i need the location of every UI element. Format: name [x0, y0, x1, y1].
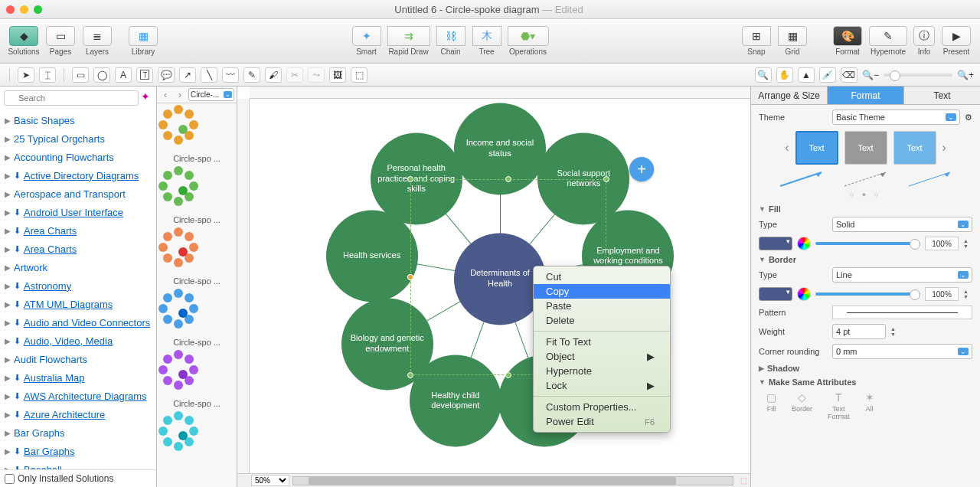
ctx-delete[interactable]: Delete — [534, 313, 670, 328]
arrow-style-1[interactable] — [779, 171, 825, 188]
solution-item[interactable]: ▶⬇ATM UML Diagrams — [5, 295, 152, 313]
pencil-tool[interactable]: ✎ — [243, 67, 260, 83]
fill-color[interactable] — [759, 237, 792, 250]
solution-item[interactable]: ▶⬇Australia Map — [5, 368, 152, 387]
solution-item[interactable]: ▶25 Typical Orgcharts — [5, 129, 152, 148]
text-select-tool[interactable]: ⌶ — [39, 67, 56, 83]
image-tool[interactable]: 🖼 — [329, 67, 346, 83]
zoom-select[interactable]: 50% — [251, 475, 289, 486]
style-swatch-1[interactable]: Text — [795, 131, 838, 165]
chain-button[interactable]: ⛓Chain — [433, 26, 469, 56]
solution-item[interactable]: ▶⬇Active Directory Diagrams — [5, 166, 152, 185]
fill-opacity-stepper[interactable]: ▲▼ — [963, 238, 972, 249]
tab-arrange[interactable]: Arrange & Size — [751, 87, 828, 104]
style-swatch-2[interactable]: Text — [844, 131, 887, 165]
close-window-icon[interactable] — [6, 5, 15, 14]
shape-library-item[interactable]: Circle-spo ... — [160, 229, 234, 286]
same-attributes-section[interactable]: Make Same Attributes — [759, 378, 972, 387]
corner-select[interactable]: 0 mm⌄ — [832, 344, 972, 359]
crop-tool[interactable]: ⬚ — [351, 67, 368, 83]
style-prev-icon[interactable]: ‹ — [785, 141, 789, 155]
border-color-wheel-icon[interactable] — [797, 287, 811, 301]
zoom-in-icon[interactable]: 🔍+ — [957, 70, 974, 80]
color-wheel-icon[interactable] — [797, 237, 811, 250]
border-color[interactable] — [759, 287, 792, 301]
shape-library-item[interactable]: Circle-spo ... — [160, 290, 234, 347]
canvas[interactable]: Income and social statusSocial support n… — [250, 99, 750, 473]
arrow-style-2[interactable] — [843, 171, 889, 188]
solution-item[interactable]: ▶⬇Audio, Video, Media — [5, 332, 152, 350]
solution-item[interactable]: ▶Aerospace and Transport — [5, 185, 152, 203]
border-opacity-slider[interactable] — [815, 293, 920, 296]
library-button[interactable]: ▦Library — [126, 26, 161, 56]
border-opacity-value[interactable]: 100% — [925, 287, 959, 301]
callout-tool[interactable]: 💬 — [158, 67, 175, 83]
line-tool[interactable]: ╲ — [201, 67, 217, 83]
pointer-tool[interactable]: ➤ — [18, 67, 34, 83]
curve-tool[interactable]: 〰 — [222, 67, 239, 83]
solution-item[interactable]: ▶⬇Azure Architecture — [5, 405, 152, 423]
solution-item[interactable]: ▶⬇Area Charts — [5, 221, 152, 240]
search-input[interactable] — [4, 90, 139, 106]
ctx-power-edit[interactable]: Power EditF6 — [534, 414, 670, 429]
border-section[interactable]: Border — [759, 255, 972, 264]
warning-icon[interactable]: ⬚ — [737, 476, 750, 485]
join-tool[interactable]: ⤳ — [308, 67, 325, 83]
style-swatch-3[interactable]: Text — [893, 131, 936, 165]
text-tool[interactable]: A — [115, 67, 132, 83]
solution-item[interactable]: ▶⬇Bar Graphs — [5, 442, 152, 460]
zoom-out-icon[interactable]: 🔍− — [862, 70, 879, 80]
solution-item[interactable]: ▶Audit Flowcharts — [5, 350, 152, 368]
ctx-hypernote[interactable]: Hypernote — [534, 364, 670, 378]
diagram-node[interactable]: Health services — [326, 210, 418, 302]
ctx-object[interactable]: Object▶ — [534, 349, 670, 364]
hypernote-button[interactable]: ✎Hypernote — [867, 26, 910, 56]
weight-input[interactable]: 4 pt — [832, 324, 886, 339]
minimize-window-icon[interactable] — [20, 5, 28, 14]
same-fill-button[interactable]: ▢Fill — [766, 391, 776, 420]
eyedropper-tool[interactable]: 💉 — [819, 67, 836, 83]
ctx-paste[interactable]: Paste — [534, 299, 670, 313]
favorites-icon[interactable]: ✦ — [141, 90, 152, 106]
tab-text[interactable]: Text — [904, 87, 980, 104]
solution-item[interactable]: ▶Basic Shapes — [5, 111, 152, 129]
fill-opacity-value[interactable]: 100% — [925, 237, 959, 250]
style-next-icon[interactable]: › — [942, 141, 946, 155]
present-button[interactable]: ▶Present — [939, 26, 974, 56]
rapid-draw-button[interactable]: ⇉Rapid Draw — [385, 26, 433, 56]
ctx-cut[interactable]: Cut — [534, 270, 670, 284]
solution-item[interactable]: ▶⬇Baseball — [5, 460, 152, 469]
ellipse-tool[interactable]: ◯ — [93, 67, 110, 83]
pattern-select[interactable] — [832, 306, 972, 319]
shadow-section[interactable]: Shadow — [759, 364, 972, 373]
operations-button[interactable]: ⬣▾Operations — [505, 26, 551, 56]
theme-select[interactable]: Basic Theme⌄ — [832, 109, 960, 125]
ctx-fit-to-text[interactable]: Fit To Text — [534, 335, 670, 349]
shape-library-item[interactable]: Circle-spo ... — [160, 168, 234, 224]
only-installed-checkbox[interactable]: Only Installed Solutions — [0, 469, 156, 487]
fill-section[interactable]: Fill — [759, 204, 972, 214]
solution-item[interactable]: ▶⬇Audio and Video Connectors — [5, 313, 152, 332]
tab-format[interactable]: Format — [828, 87, 904, 104]
shape-library-item[interactable]: Circle-spo ... — [160, 351, 234, 408]
ctx-copy[interactable]: Copy — [534, 284, 670, 299]
textbox-tool[interactable]: 🅃 — [136, 67, 153, 83]
solution-item[interactable]: ▶Accounting Flowcharts — [5, 148, 152, 166]
h-scrollbar[interactable] — [292, 476, 733, 485]
pages-button[interactable]: ▭Pages — [43, 26, 78, 56]
solution-item[interactable]: ▶⬇Astronomy — [5, 276, 152, 295]
brush-tool[interactable]: 🖌 — [265, 67, 282, 83]
shapes-back-icon[interactable]: ‹ — [159, 90, 172, 100]
ctx-custom-properties[interactable]: Custom Properties... — [534, 400, 670, 414]
solution-item[interactable]: ▶⬇Android User Interface — [5, 203, 152, 221]
shape-library-item[interactable]: Circle-spo ... — [160, 106, 234, 163]
shapes-dropdown[interactable]: Circle-...⌄ — [188, 88, 234, 101]
weight-stepper[interactable]: ▲▼ — [890, 326, 900, 337]
same-text-format-button[interactable]: TText Format — [828, 391, 850, 420]
solution-item[interactable]: ▶⬇AWS Architecture Diagrams — [5, 387, 152, 405]
info-button[interactable]: ⓘInfo — [911, 26, 937, 56]
solutions-button[interactable]: ◆Solutions — [6, 26, 41, 56]
solution-item[interactable]: ▶⬇Area Charts — [5, 240, 152, 258]
zoom-slider[interactable] — [884, 74, 952, 77]
zoom-tool[interactable]: 🔍 — [755, 67, 772, 83]
